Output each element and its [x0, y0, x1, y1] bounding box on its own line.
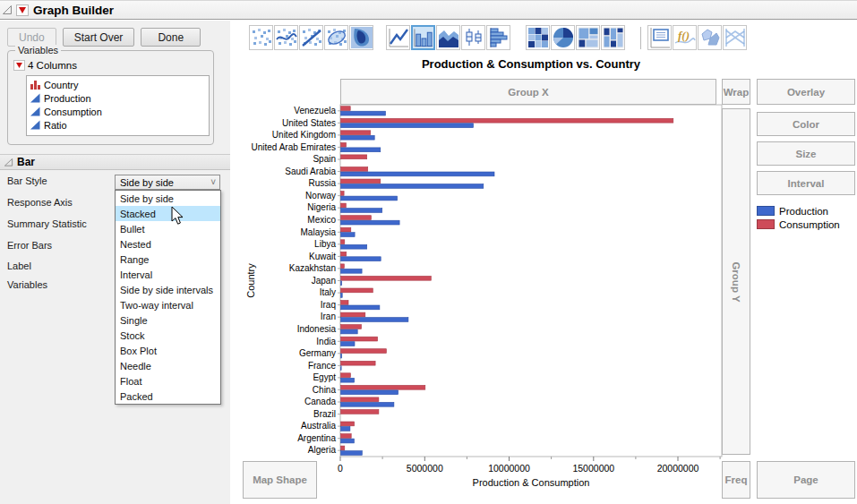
- blue-triangle-icon: [30, 107, 40, 116]
- bar-style-option-stock[interactable]: Stock: [116, 328, 220, 343]
- drop-zone-wrap[interactable]: Wrap: [722, 79, 750, 105]
- collapse-triangle-icon[interactable]: [2, 4, 13, 15]
- svg-text:Spain: Spain: [313, 154, 336, 164]
- svg-text:Germany: Germany: [299, 348, 336, 358]
- property-label-error-bars: Error Bars: [7, 240, 52, 251]
- map-shapes-icon[interactable]: [698, 25, 722, 50]
- bar-section-header[interactable]: Bar: [0, 154, 230, 170]
- mosaic-icon[interactable]: [601, 25, 625, 50]
- graph-builder-window: Graph Builder Undo Start Over Done Varia…: [0, 0, 857, 504]
- columns-header: 4 Columns: [28, 60, 77, 71]
- window-header: Graph Builder: [0, 0, 857, 20]
- svg-text:Canada: Canada: [304, 397, 336, 406]
- treemap-icon[interactable]: [576, 25, 600, 50]
- pie-icon[interactable]: [551, 25, 575, 50]
- collapse-triangle-icon[interactable]: [4, 158, 13, 167]
- svg-text:Production & Consumption: Production & Consumption: [473, 477, 590, 488]
- bar-style-option-float[interactable]: Float: [116, 373, 220, 389]
- bar-style-option-side-by-side[interactable]: Side by side: [116, 191, 220, 206]
- variables-panel-legend: Variables: [15, 45, 61, 56]
- window-title: Graph Builder: [33, 4, 114, 17]
- legend-label: Consumption: [779, 219, 840, 230]
- columns-listbox[interactable]: CountryProductionConsumptionRatio: [26, 75, 210, 136]
- formula-icon[interactable]: f(): [673, 25, 697, 50]
- bar-style-value: Side by side: [120, 177, 174, 188]
- drop-zone-size[interactable]: Size: [757, 141, 855, 166]
- contour-icon[interactable]: [349, 25, 373, 50]
- undo-button[interactable]: Undo: [7, 28, 56, 47]
- bar-icon[interactable]: [411, 25, 435, 50]
- svg-text:f(): f(): [678, 29, 690, 42]
- legend-item-consumption: Consumption: [757, 218, 840, 231]
- svg-text:Algeria: Algeria: [308, 445, 337, 455]
- svg-text:United States: United States: [282, 118, 336, 128]
- svg-text:Kuwait: Kuwait: [309, 252, 336, 261]
- line-of-fit-icon[interactable]: [299, 25, 323, 50]
- svg-text:Saudi Arabia: Saudi Arabia: [285, 167, 336, 176]
- svg-text:20000000: 20000000: [657, 463, 699, 474]
- svg-text:5000000: 5000000: [407, 463, 443, 474]
- chart-legend: Production Consumption: [757, 204, 840, 231]
- bar-style-option-packed[interactable]: Packed: [116, 389, 220, 404]
- area-icon[interactable]: [436, 25, 460, 50]
- svg-text:France: France: [308, 361, 337, 371]
- svg-text:Libya: Libya: [314, 239, 336, 249]
- column-item-country[interactable]: Country: [30, 78, 205, 91]
- start-over-button[interactable]: Start Over: [63, 28, 135, 47]
- blue-triangle-icon: [30, 93, 40, 103]
- column-item-consumption[interactable]: Consumption: [30, 105, 205, 118]
- property-label-summary-statistic: Summary Statistic: [7, 218, 87, 229]
- svg-text:Venezuela: Venezuela: [294, 106, 336, 115]
- bar-style-dropdown[interactable]: Side by side ˅: [115, 175, 220, 190]
- smoother-icon[interactable]: [274, 25, 298, 50]
- drop-zone-group-y[interactable]: Group Y: [722, 108, 750, 455]
- svg-text:0: 0: [338, 463, 343, 474]
- red-triangle-menu-icon[interactable]: [16, 4, 29, 16]
- red-triangle-menu-icon[interactable]: [13, 60, 25, 71]
- svg-text:Japan: Japan: [312, 276, 336, 286]
- bar-chart[interactable]: VenezuelaUnited StatesUnited KingdomUnit…: [242, 98, 725, 504]
- column-item-production[interactable]: Production: [30, 91, 205, 105]
- svg-text:Nigeria: Nigeria: [307, 202, 336, 212]
- bar-style-option-single[interactable]: Single: [116, 312, 220, 328]
- chevron-down-icon: ˅: [210, 177, 216, 187]
- svg-text:Kazakhstan: Kazakhstan: [289, 263, 336, 273]
- svg-text:Russia: Russia: [308, 178, 336, 188]
- svg-text:Egypt: Egypt: [313, 372, 336, 382]
- drop-zone-page[interactable]: Page: [757, 461, 855, 499]
- svg-text:Indonesia: Indonesia: [297, 324, 337, 334]
- heatmap-icon[interactable]: [526, 25, 550, 50]
- ellipse-icon[interactable]: [324, 25, 348, 50]
- svg-text:Australia: Australia: [301, 421, 336, 431]
- control-panel: Undo Start Over Done Variables 4 Columns…: [0, 21, 230, 504]
- svg-text:15000000: 15000000: [572, 463, 614, 474]
- points-icon[interactable]: [249, 25, 273, 50]
- bar-style-option-nested[interactable]: Nested: [116, 236, 220, 252]
- drop-zone-color[interactable]: Color: [757, 112, 855, 136]
- drop-zone-overlay[interactable]: Overlay: [757, 79, 855, 105]
- bar-style-option-box-plot[interactable]: Box Plot: [116, 343, 220, 358]
- svg-text:India: India: [316, 337, 336, 346]
- drop-zone-freq[interactable]: Freq: [722, 461, 750, 499]
- red-bars-icon: [30, 80, 40, 90]
- svg-text:Iraq: Iraq: [321, 300, 336, 310]
- bar-style-option-range[interactable]: Range: [116, 252, 220, 267]
- svg-text:China: China: [313, 385, 337, 395]
- bar-style-option-side-by-side-intervals[interactable]: Side by side intervals: [116, 282, 220, 297]
- histogram-icon[interactable]: [486, 25, 510, 50]
- bar-style-option-two-way-interval[interactable]: Two-way interval: [116, 297, 220, 312]
- bar-style-option-interval[interactable]: Interval: [116, 267, 220, 282]
- bar-style-option-bullet[interactable]: Bullet: [116, 221, 220, 236]
- caption-box-icon[interactable]: [647, 25, 672, 50]
- bar-style-options-popup: Side by sideStackedBulletNestedRangeInte…: [115, 190, 221, 405]
- bar-style-option-needle[interactable]: Needle: [116, 358, 220, 373]
- bar-style-option-stacked[interactable]: Stacked: [116, 206, 220, 221]
- column-item-ratio[interactable]: Ratio: [30, 118, 205, 132]
- drop-zone-interval[interactable]: Interval: [757, 171, 855, 195]
- done-button[interactable]: Done: [141, 28, 201, 47]
- parallel-plot-icon[interactable]: [723, 25, 747, 50]
- line-icon[interactable]: [386, 25, 410, 50]
- svg-text:Country: Country: [245, 263, 256, 298]
- property-label-response-axis: Response Axis: [7, 197, 73, 208]
- box-plot-icon[interactable]: [461, 25, 485, 50]
